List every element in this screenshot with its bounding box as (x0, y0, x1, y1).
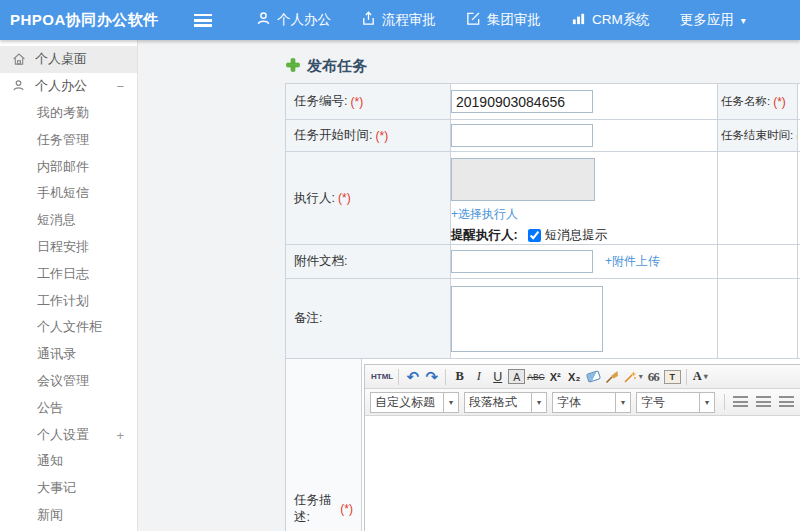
editor-toolbar-row2: 自定义标题 ▾ 段落格式 ▾ 字体 ▾ 字号 ▾ (365, 389, 800, 416)
sidebar-item-announcement[interactable]: 公告 (0, 394, 137, 421)
app-logo: PHPOA协同办公软件 (0, 11, 186, 30)
font-border-button[interactable]: A (508, 369, 525, 384)
page-title-text: 发布任务 (307, 57, 367, 76)
expand-icon[interactable]: + (116, 427, 124, 442)
custom-title-select[interactable]: 自定义标题 ▾ (370, 392, 459, 413)
font-family-select[interactable]: 字体 ▾ (552, 392, 631, 413)
html-source-button[interactable]: HTML (371, 368, 393, 386)
paragraph-format-select[interactable]: 段落格式 ▾ (464, 392, 547, 413)
nav-workflow-approval[interactable]: 流程审批 (361, 11, 436, 29)
strikethrough-button[interactable]: ABC (527, 368, 544, 386)
attachment-input[interactable] (451, 250, 593, 273)
user-icon (256, 11, 277, 29)
collapse-icon[interactable]: − (116, 79, 124, 94)
required-marker: (*) (350, 95, 363, 109)
sidebar-item-sms[interactable]: 手机短信 (0, 180, 137, 207)
nav-more-apps[interactable]: 更多应用 ▾ (680, 11, 746, 29)
sidebar-item-work-log[interactable]: 工作日志 (0, 260, 137, 287)
form-row-executor: 执行人: (*) +选择执行人 提醒执行人: 短消息提示 (286, 152, 800, 245)
caret-down-icon: ▾ (639, 372, 643, 381)
top-nav: 个人办公 流程审批 集团审批 CRM系统 更多应用 ▾ (238, 11, 776, 29)
form-row-remark: 备注: (286, 279, 800, 359)
sidebar-item-notice[interactable]: 通知 (0, 448, 137, 475)
form-row-attachment: 附件文档: +附件上传 (286, 245, 800, 279)
paste-text-button[interactable]: T (664, 370, 681, 384)
remark-textarea[interactable] (451, 286, 603, 352)
editor-content-area[interactable] (365, 416, 800, 531)
publish-task-form: 任务编号: (*) 任务名称: (*) 任务开始时间: (*) 任务结束时间: (285, 83, 800, 531)
form-row-task-no: 任务编号: (*) 任务名称: (*) (286, 84, 800, 120)
sidebar-item-personal-office[interactable]: 个人办公 − (0, 73, 137, 100)
bold-button[interactable]: B (451, 368, 468, 386)
superscript-button[interactable]: X² (547, 368, 564, 386)
nav-group-approval[interactable]: 集团审批 (466, 11, 541, 29)
executor-textarea[interactable] (451, 158, 595, 201)
align-center-icon[interactable] (756, 396, 771, 408)
home-icon (12, 52, 26, 66)
menu-toggle-icon[interactable] (194, 14, 212, 27)
sidebar-item-meeting[interactable]: 会议管理 (0, 368, 137, 395)
attachment-upload-link[interactable]: +附件上传 (605, 253, 660, 270)
caret-down-icon: ▾ (531, 393, 546, 412)
caret-down-icon: ▾ (704, 372, 708, 381)
sidebar-item-personal-settings[interactable]: 个人设置 + (0, 421, 137, 448)
start-time-input[interactable] (451, 124, 593, 147)
sidebar-item-desktop[interactable]: 个人桌面 (0, 46, 137, 73)
editor-toolbar-row1: HTML ↶ ↷ B I U A ABC X² X₂ (365, 365, 800, 389)
sidebar-item-short-message[interactable]: 短消息 (0, 207, 137, 234)
sidebar-item-memorabilia[interactable]: 大事记 (0, 475, 137, 502)
underline-button[interactable]: U (489, 368, 506, 386)
app-header: PHPOA协同办公软件 个人办公 流程审批 集团审批 CRM系统 (0, 0, 800, 40)
caret-down-icon: ▾ (615, 393, 630, 412)
caret-down-icon: ▾ (443, 393, 458, 412)
sidebar-item-my-attendance[interactable]: 我的考勤 (0, 100, 137, 127)
undo-button[interactable]: ↶ (404, 368, 421, 386)
user-icon (12, 79, 26, 93)
description-label: 任务描述: (*) (286, 359, 362, 531)
required-marker: (*) (340, 502, 353, 516)
chart-icon (571, 11, 592, 29)
sidebar-item-work-plan[interactable]: 工作计划 (0, 287, 137, 314)
add-icon (286, 58, 300, 76)
align-right-icon[interactable] (779, 396, 794, 408)
task-no-label: 任务编号: (*) (286, 84, 451, 120)
nav-crm-system[interactable]: CRM系统 (571, 11, 650, 29)
caret-down-icon: ▾ (699, 393, 714, 412)
format-brush-button[interactable] (604, 368, 621, 386)
caret-down-icon: ▾ (741, 15, 746, 26)
required-marker: (*) (773, 95, 786, 109)
sidebar-item-file-cabinet[interactable]: 个人文件柜 (0, 314, 137, 341)
form-row-start-time: 任务开始时间: (*) 任务结束时间: (*) (286, 120, 800, 152)
sidebar-item-schedule[interactable]: 日程安排 (0, 234, 137, 261)
task-no-input[interactable] (451, 90, 593, 113)
remind-executor-label: 提醒执行人: (451, 227, 518, 244)
sms-remind-label: 短消息提示 (545, 227, 608, 244)
blockquote-button[interactable]: 66 (645, 368, 662, 386)
workflow-icon (361, 11, 382, 29)
sidebar-item-news[interactable]: 新闻 (0, 502, 137, 529)
brush-icon (605, 370, 619, 384)
sidebar-item-task-management[interactable]: 任务管理 (0, 126, 137, 153)
form-row-description: 任务描述: (*) HTML ↶ ↷ B I U A ABC (286, 359, 800, 531)
remark-label: 备注: (286, 279, 451, 359)
page-title: 发布任务 (286, 57, 367, 76)
eraser-button[interactable] (585, 368, 602, 386)
attachment-label: 附件文档: (286, 245, 451, 279)
sidebar-item-internal-mail[interactable]: 内部邮件 (0, 153, 137, 180)
autotypeset-button[interactable]: ▾ (623, 368, 643, 386)
magic-wand-icon (623, 370, 637, 384)
required-marker: (*) (375, 129, 388, 143)
nav-personal-office[interactable]: 个人办公 (256, 11, 331, 29)
italic-button[interactable]: I (470, 368, 487, 386)
sms-remind-checkbox[interactable] (528, 229, 541, 242)
font-size-select[interactable]: 字号 ▾ (636, 392, 715, 413)
choose-executor-link[interactable]: +选择执行人 (451, 206, 518, 223)
redo-button[interactable]: ↷ (423, 368, 440, 386)
sidebar-item-contacts[interactable]: 通讯录 (0, 341, 137, 368)
font-color-button[interactable]: A ▾ (692, 368, 709, 386)
task-name-label: 任务名称: (*) (718, 84, 798, 120)
edit-icon (466, 11, 487, 29)
align-left-icon[interactable] (733, 396, 748, 408)
subscript-button[interactable]: X₂ (566, 368, 583, 386)
rich-text-editor: HTML ↶ ↷ B I U A ABC X² X₂ (364, 364, 800, 531)
